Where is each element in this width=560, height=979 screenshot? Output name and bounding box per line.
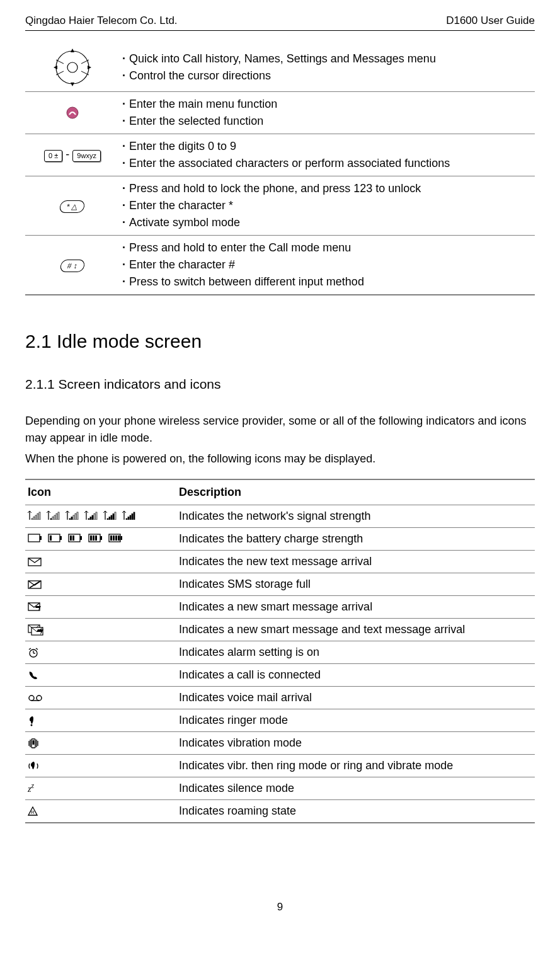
page-header: Qingdao Haier Telecom Co. Ltd. D1600 Use… xyxy=(25,13,535,31)
icons-table-desc: Indicates ringer mode xyxy=(176,709,535,732)
svg-rect-49 xyxy=(113,514,114,520)
icons-table-row: Indicates a new smart message arrival xyxy=(25,596,535,619)
sms-full-icon xyxy=(25,573,176,596)
page-number: 9 xyxy=(25,899,535,915)
new-sms-icon xyxy=(28,558,42,566)
svg-rect-46 xyxy=(107,518,108,520)
svg-rect-34 xyxy=(77,512,78,520)
icons-table-row: Indicates ringer mode xyxy=(25,709,535,732)
svg-rect-62 xyxy=(60,536,62,540)
svg-marker-7 xyxy=(71,83,74,86)
icons-table-header-icon: Icon xyxy=(25,479,176,505)
ringer-mode-icon xyxy=(28,715,37,726)
svg-rect-38 xyxy=(88,518,89,520)
svg-line-88 xyxy=(29,648,31,650)
icons-table-desc: Indicates the battery charge strength xyxy=(176,528,535,551)
ok-key-icon xyxy=(25,91,120,134)
signal-strength-icon xyxy=(25,505,176,528)
call-connected-icon xyxy=(28,670,39,681)
roaming-icon: R xyxy=(28,806,38,816)
icons-table-row: Indicates the network's signal strength xyxy=(25,505,535,528)
icons-table-row: zzIndicates silence mode xyxy=(25,777,535,800)
svg-point-91 xyxy=(37,696,42,701)
vibration-mode-icon xyxy=(28,738,39,749)
svg-text:R: R xyxy=(31,810,35,815)
keys-table-row: * △Press and hold to lock the phone, and… xyxy=(25,176,535,235)
svg-rect-72 xyxy=(95,535,97,541)
svg-rect-54 xyxy=(126,518,127,520)
keys-table-bullet: Enter the character * xyxy=(122,197,532,214)
star-key-icon: * △ xyxy=(59,200,86,213)
hash-key-icon: # ↕ xyxy=(59,260,86,272)
svg-point-90 xyxy=(29,696,34,701)
icons-table-desc: Indicates a new smart message and text m… xyxy=(176,619,535,641)
keys-table-row: 0 ± - 9wxyzEnter the digits 0 to 9Enter … xyxy=(25,134,535,176)
svg-rect-78 xyxy=(118,535,120,541)
svg-rect-23 xyxy=(52,517,54,520)
icons-table-desc: Indicates the new text message arrival xyxy=(176,551,535,573)
icons-table-desc: Indicates vibration mode xyxy=(176,732,535,755)
svg-rect-77 xyxy=(115,535,117,541)
svg-rect-15 xyxy=(33,517,35,520)
num-key-0: 0 ± xyxy=(44,150,62,162)
roaming-icon: R xyxy=(25,800,176,823)
sms-full-icon xyxy=(28,580,42,589)
keys-table-bullet: Enter the main menu function xyxy=(122,96,532,113)
vibr-ring-mode-icon xyxy=(28,760,39,772)
svg-rect-66 xyxy=(70,535,72,541)
icons-table-row: Indicates a call is connected xyxy=(25,664,535,687)
icons-table-row: Indicates the new text message arrival xyxy=(25,551,535,573)
icons-table-desc: Indicates voice mail arrival xyxy=(176,687,535,709)
svg-marker-8 xyxy=(54,66,57,69)
svg-rect-56 xyxy=(130,515,131,520)
svg-rect-42 xyxy=(96,512,97,520)
keys-table-row: Quick into Call history, Names, Settings… xyxy=(25,43,535,92)
keys-table-row: Enter the main menu functionEnter the se… xyxy=(25,91,535,134)
svg-rect-33 xyxy=(75,514,76,520)
smart-msg-icon xyxy=(25,596,176,619)
guide-name: D1600 User Guide xyxy=(446,13,535,29)
keys-table-bullet: Control the cursor directions xyxy=(122,67,532,84)
svg-rect-47 xyxy=(109,517,110,520)
keys-table-bullet: Press and hold to lock the phone, and pr… xyxy=(122,180,532,197)
svg-rect-14 xyxy=(31,518,33,520)
svg-marker-6 xyxy=(71,49,74,52)
svg-rect-31 xyxy=(71,517,72,520)
svg-rect-74 xyxy=(120,536,122,540)
icons-table-desc: Indicates the network's signal strength xyxy=(176,505,535,528)
svg-rect-50 xyxy=(115,512,116,520)
battery-strength-icon xyxy=(25,528,176,551)
svg-rect-57 xyxy=(132,514,133,520)
icons-table-header-desc: Description xyxy=(176,479,535,505)
section-2-1-title: 2.1 Idle mode screen xyxy=(25,327,535,355)
company-name: Qingdao Haier Telecom Co. Ltd. xyxy=(25,13,178,29)
svg-rect-24 xyxy=(54,515,55,520)
svg-rect-69 xyxy=(100,536,102,540)
svg-rect-63 xyxy=(50,535,52,541)
ringer-mode-icon xyxy=(25,709,176,732)
keys-table-desc-cell: Enter the digits 0 to 9Enter the associa… xyxy=(120,134,535,176)
voicemail-icon xyxy=(25,687,176,709)
svg-point-0 xyxy=(56,51,89,84)
keys-table-desc-cell: Press and hold to enter the Call mode me… xyxy=(120,235,535,295)
keys-table-bullet: Enter the selected function xyxy=(122,113,532,130)
svg-line-89 xyxy=(36,648,38,650)
vibration-mode-icon xyxy=(25,732,176,755)
svg-rect-71 xyxy=(93,535,94,541)
keys-table-row: # ↕Press and hold to enter the Call mode… xyxy=(25,235,535,295)
keys-table-desc-cell: Press and hold to lock the phone, and pr… xyxy=(120,176,535,235)
smart-and-text-icon xyxy=(28,624,44,636)
num-key-9: 9wxyz xyxy=(72,150,101,162)
smart-msg-icon xyxy=(28,602,42,612)
alarm-on-icon xyxy=(25,641,176,664)
svg-point-93 xyxy=(31,724,33,726)
screen-icons-table: Icon Description Indicates the network's… xyxy=(25,479,535,823)
voicemail-icon xyxy=(28,694,43,702)
keys-table-bullet: Enter the associated characters or perfo… xyxy=(122,155,532,172)
keys-table-bullet: Press to switch between different input … xyxy=(122,273,532,290)
icons-table-row: Indicates vibration mode xyxy=(25,732,535,755)
icons-table-row: Indicates a new smart message and text m… xyxy=(25,619,535,641)
numkeys-icon: 0 ± - 9wxyz xyxy=(25,134,120,176)
new-sms-icon xyxy=(25,551,176,573)
svg-rect-25 xyxy=(56,514,57,520)
